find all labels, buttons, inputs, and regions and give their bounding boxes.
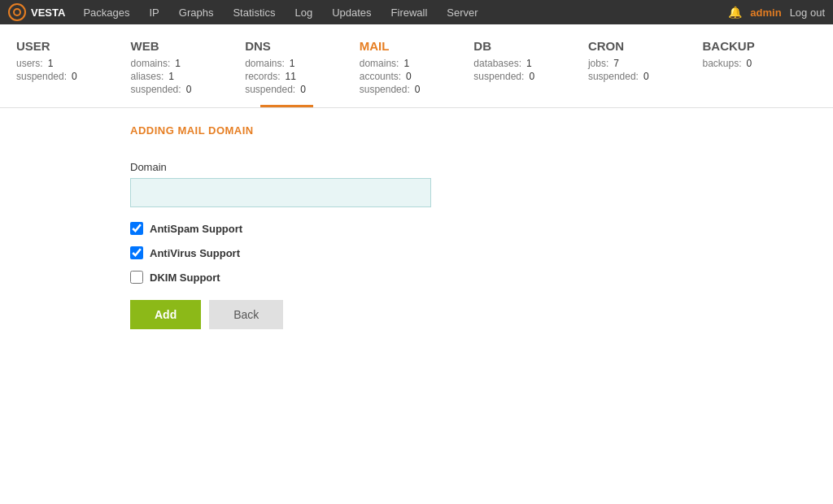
antispam-row: AntiSpam Support bbox=[130, 222, 817, 235]
stats-user: USER users: 1 suspended: 0 bbox=[16, 39, 131, 105]
vesta-logo-icon bbox=[8, 3, 26, 21]
stats-mail: MAIL domains: 1 accounts: 0 suspended: 0 bbox=[360, 39, 474, 105]
form-buttons: Add Back bbox=[130, 300, 817, 329]
stats-cron-suspended-label: suspended: bbox=[588, 71, 639, 82]
form-section: ADDING MAIL DOMAIN Domain AntiSpam Suppo… bbox=[0, 108, 833, 345]
antivirus-label: AntiVirus Support bbox=[150, 247, 240, 259]
stats-cron-suspended-value: 0 bbox=[643, 71, 649, 82]
stats-web: WEB domains: 1 aliases: 1 suspended: 0 bbox=[131, 39, 246, 105]
antivirus-checkbox[interactable] bbox=[130, 246, 143, 259]
nav-statistics[interactable]: Statistics bbox=[223, 0, 285, 24]
nav-graphs[interactable]: Graphs bbox=[169, 0, 224, 24]
stats-cron-jobs-label: jobs: bbox=[588, 58, 608, 69]
stats-db-databases-value: 1 bbox=[526, 58, 532, 69]
form-section-title: ADDING MAIL DOMAIN bbox=[16, 124, 817, 137]
stats-db-databases-label: databases: bbox=[473, 58, 521, 69]
stats-dns-title[interactable]: DNS bbox=[245, 39, 351, 53]
nav-server[interactable]: Server bbox=[437, 0, 487, 24]
stats-dns-suspended-value: 0 bbox=[300, 84, 306, 95]
stats-web-title[interactable]: WEB bbox=[131, 39, 238, 53]
stats-cron: CRON jobs: 7 suspended: 0 bbox=[588, 39, 703, 105]
brand: VESTA bbox=[8, 3, 65, 21]
stats-web-domains-label: domains: bbox=[131, 58, 171, 69]
back-button[interactable]: Back bbox=[209, 300, 283, 329]
stats-users-label: users: bbox=[16, 58, 43, 69]
nav-updates[interactable]: Updates bbox=[322, 0, 381, 24]
stats-dns-domains-value: 1 bbox=[290, 58, 295, 69]
nav-firewall[interactable]: Firewall bbox=[382, 0, 438, 24]
stats-backup: BACKUP backups: 0 bbox=[702, 39, 817, 105]
stats-dns-domains-label: domains: bbox=[245, 58, 285, 69]
brand-name: VESTA bbox=[31, 7, 65, 19]
logout-button[interactable]: Log out bbox=[790, 7, 825, 19]
stats-mail-domains-value: 1 bbox=[403, 58, 409, 69]
stats-mail-domains-label: domains: bbox=[360, 58, 399, 69]
stats-web-aliases-value: 1 bbox=[168, 71, 174, 82]
stats-cron-jobs-value: 7 bbox=[613, 58, 619, 69]
domain-input[interactable] bbox=[130, 178, 431, 207]
stats-mail-suspended-value: 0 bbox=[415, 84, 421, 95]
nav-username: admin bbox=[750, 7, 781, 19]
nav-right: 🔔 admin Log out bbox=[728, 6, 825, 19]
stats-dns: DNS domains: 1 records: 11 suspended: 0 bbox=[245, 39, 360, 105]
bell-icon: 🔔 bbox=[728, 6, 742, 19]
stats-section: USER users: 1 suspended: 0 WEB domains: … bbox=[0, 24, 833, 105]
form-body: Domain AntiSpam Support AntiVirus Suppor… bbox=[16, 161, 817, 329]
stats-mail-suspended-label: suspended: bbox=[360, 84, 410, 95]
add-button[interactable]: Add bbox=[130, 300, 201, 329]
antivirus-row: AntiVirus Support bbox=[130, 246, 817, 259]
stats-db-suspended-label: suspended: bbox=[473, 71, 524, 82]
stats-backup-title[interactable]: BACKUP bbox=[702, 39, 809, 53]
stats-user-title[interactable]: USER bbox=[16, 39, 123, 53]
stats-web-suspended-label: suspended: bbox=[131, 84, 181, 95]
stats-users-value: 1 bbox=[48, 58, 54, 69]
stats-db-title[interactable]: DB bbox=[473, 39, 580, 53]
stats-web-domains-value: 1 bbox=[175, 58, 181, 69]
domain-field-label: Domain bbox=[130, 161, 817, 173]
stats-mail-accounts-label: accounts: bbox=[360, 71, 401, 82]
nav-log[interactable]: Log bbox=[285, 0, 322, 24]
antispam-checkbox[interactable] bbox=[130, 222, 143, 235]
stats-db-suspended-value: 0 bbox=[529, 71, 534, 82]
navbar: VESTA Packages IP Graphs Statistics Log … bbox=[0, 0, 833, 24]
dkim-label: DKIM Support bbox=[150, 272, 220, 284]
stats-backup-backups-label: backups: bbox=[702, 58, 741, 69]
dkim-row: DKIM Support bbox=[130, 271, 817, 284]
stats-web-suspended-value: 0 bbox=[186, 84, 192, 95]
nav-packages[interactable]: Packages bbox=[73, 0, 139, 24]
dkim-checkbox[interactable] bbox=[130, 271, 143, 284]
stats-db: DB databases: 1 suspended: 0 bbox=[473, 39, 588, 105]
nav-links: Packages IP Graphs Statistics Log Update… bbox=[73, 0, 728, 24]
nav-ip[interactable]: IP bbox=[139, 0, 168, 24]
stats-dns-suspended-label: suspended: bbox=[245, 84, 295, 95]
stats-mail-title[interactable]: MAIL bbox=[360, 39, 466, 53]
stats-mail-accounts-value: 0 bbox=[406, 71, 412, 82]
stats-dns-records-value: 11 bbox=[286, 71, 296, 82]
stats-user-row-1: suspended: 0 bbox=[16, 71, 123, 82]
stats-user-suspended-value: 0 bbox=[72, 71, 77, 82]
stats-cron-title[interactable]: CRON bbox=[588, 39, 695, 53]
stats-user-row-0: users: 1 bbox=[16, 58, 123, 69]
stats-web-aliases-label: aliases: bbox=[131, 71, 164, 82]
stats-user-suspended-label: suspended: bbox=[16, 71, 67, 82]
antispam-label: AntiSpam Support bbox=[150, 223, 242, 235]
stats-backup-backups-value: 0 bbox=[747, 58, 752, 69]
stats-dns-records-label: records: bbox=[245, 71, 280, 82]
